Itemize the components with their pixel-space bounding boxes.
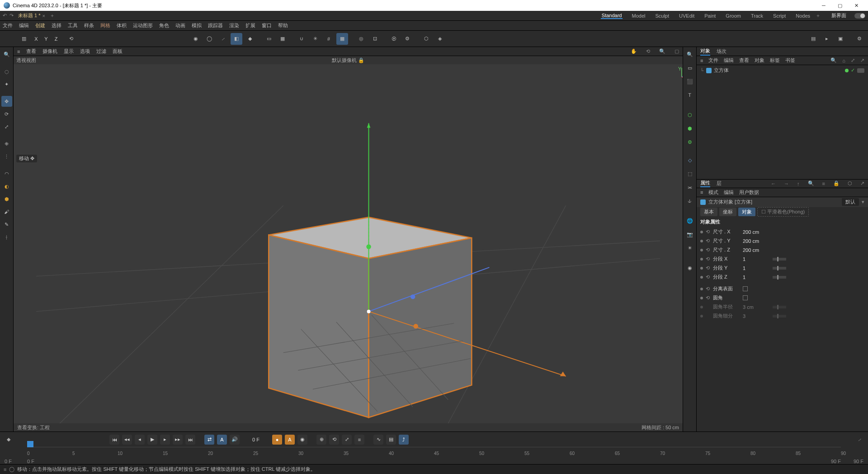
preset-dropdown[interactable]: 默认: [842, 198, 859, 206]
render-queue-icon[interactable]: ▸: [821, 33, 833, 45]
viewport-nav-icon[interactable]: ⟲: [646, 48, 650, 54]
next-key-button[interactable]: ▸▸: [173, 435, 183, 445]
dopesheet-button[interactable]: ▤: [386, 435, 396, 445]
document-tab[interactable]: 未标题 1 * ×: [18, 12, 45, 19]
rotate-key-icon[interactable]: ⟲: [706, 286, 710, 292]
viewport-menu-item[interactable]: 摄像机: [42, 48, 57, 55]
menu-item[interactable]: 选择: [52, 22, 61, 29]
record-button[interactable]: ●: [272, 435, 282, 445]
anim-bullet-icon[interactable]: [700, 231, 703, 233]
rotate-key-icon[interactable]: ⟲: [706, 265, 710, 271]
property-value-field[interactable]: 200 cm: [743, 238, 770, 244]
object-menu-item[interactable]: 编辑: [724, 57, 734, 64]
attribute-tab[interactable]: 层: [717, 180, 722, 187]
attribute-menu-item[interactable]: 模式: [708, 189, 718, 196]
symmetry-icon[interactable]: ⦿: [388, 33, 400, 45]
goto-end-button[interactable]: ⏭: [185, 435, 195, 445]
menu-item[interactable]: 工具: [68, 22, 78, 29]
attr-nav-icon[interactable]: 🔍: [808, 180, 814, 186]
layout-tab-track[interactable]: Track: [750, 13, 764, 19]
property-slider[interactable]: [773, 267, 786, 270]
generator-icon[interactable]: ◆: [244, 33, 256, 45]
anim-bullet-icon[interactable]: [700, 240, 703, 242]
attr-nav-icon[interactable]: ⬡: [848, 180, 852, 186]
next-frame-button[interactable]: ▸: [160, 435, 170, 445]
hamburger-icon[interactable]: ≡: [17, 49, 20, 54]
brush-select-icon[interactable]: ◠: [1, 168, 12, 179]
key-rot-button[interactable]: ⟲: [329, 435, 339, 445]
layout-tab-groom[interactable]: Groom: [725, 13, 742, 19]
grid-icon[interactable]: #: [323, 33, 335, 45]
panel-action-icon[interactable]: 🔍: [830, 57, 837, 63]
gear-settings-icon[interactable]: ⚙: [684, 137, 695, 147]
move-tool-icon[interactable]: ✥: [1, 96, 12, 107]
layout-tab-uvedit[interactable]: UVEdit: [678, 13, 695, 19]
layout-tab-script[interactable]: Script: [772, 13, 787, 19]
rotate-tool-icon[interactable]: ⟳: [1, 109, 12, 119]
key-scale-button[interactable]: ⤢: [342, 435, 352, 445]
anim-bullet-icon[interactable]: [700, 267, 703, 270]
cursor-icon[interactable]: ✦: [1, 79, 12, 90]
layout-tab-sculpt[interactable]: Sculpt: [654, 13, 670, 19]
primitive-cube-icon[interactable]: ◧: [231, 33, 242, 45]
render-settings-icon[interactable]: ⚙: [854, 33, 865, 45]
property-slider[interactable]: [773, 276, 786, 279]
viewport-3d-view[interactable]: 移动 ✥ YZX: [14, 64, 683, 423]
globe-icon[interactable]: 🌐: [684, 215, 695, 226]
motion-button[interactable]: ⤴: [399, 435, 409, 445]
property-checkbox[interactable]: [743, 286, 748, 291]
object-menu-item[interactable]: 标签: [770, 57, 780, 64]
rotate-key-icon[interactable]: ⟲: [706, 274, 710, 280]
property-slider[interactable]: [773, 258, 786, 261]
hamburger-icon[interactable]: ≡: [700, 190, 703, 195]
fcurve-button[interactable]: ∿: [373, 435, 383, 445]
anim-bullet-icon[interactable]: [700, 258, 703, 261]
attr-nav-icon[interactable]: ≡: [822, 181, 825, 186]
autokey-a-button[interactable]: A: [217, 435, 227, 445]
cloner-icon[interactable]: ⬢: [684, 123, 695, 134]
property-value-field[interactable]: 200 cm: [743, 229, 770, 235]
sound-button[interactable]: 🔊: [230, 435, 240, 445]
spline-icon[interactable]: ⟋: [217, 33, 229, 45]
field-icon[interactable]: ⬡: [684, 109, 695, 120]
plane-icon[interactable]: ▭: [263, 33, 275, 45]
object-menu-item[interactable]: 对象: [755, 57, 764, 64]
object-menu-item[interactable]: 文件: [708, 57, 718, 64]
current-frame-field[interactable]: 0 F: [242, 437, 269, 442]
workplane-icon[interactable]: ✳: [309, 33, 321, 45]
preview-start-field[interactable]: 0 F: [5, 459, 27, 464]
menu-item[interactable]: 样条: [84, 22, 94, 29]
panel-action-icon[interactable]: ↗: [860, 57, 864, 63]
attr-subtab[interactable]: 坐标: [719, 208, 736, 216]
rotate-key-icon[interactable]: ⟲: [706, 256, 710, 262]
viewport-nav-icon[interactable]: ▢: [675, 48, 679, 54]
property-value-field[interactable]: 1: [743, 256, 770, 262]
viewport-menu-item[interactable]: 选项: [80, 48, 90, 55]
menu-item[interactable]: 动画: [175, 22, 185, 29]
attribute-menu-item[interactable]: 用户数据: [739, 189, 759, 196]
info-icon[interactable]: ◯: [9, 466, 14, 472]
connect-icon[interactable]: ⫘: [684, 182, 695, 193]
viewport-menu-item[interactable]: 显示: [64, 48, 74, 55]
panel-action-icon[interactable]: ⤢: [851, 57, 855, 63]
prev-frame-button[interactable]: ◂: [135, 435, 145, 445]
menu-item[interactable]: 文件: [3, 22, 13, 29]
paint-tool-icon[interactable]: 🖌: [1, 206, 12, 217]
history-icon[interactable]: ▥: [18, 33, 30, 45]
light-icon[interactable]: ☀: [684, 242, 695, 253]
camera-label[interactable]: 默认摄像机🔒: [332, 57, 364, 64]
keyframe-sel-button[interactable]: ◉: [297, 435, 307, 445]
menu-item[interactable]: 角色: [159, 22, 169, 29]
rotate-key-icon[interactable]: ⟲: [706, 247, 710, 253]
enable-check-icon[interactable]: ✓: [851, 67, 855, 73]
property-value-field[interactable]: 1: [743, 275, 770, 280]
erase-icon[interactable]: ⟊: [1, 232, 12, 242]
instance-icon[interactable]: ⬚: [684, 168, 695, 179]
snap-icon[interactable]: ▦: [336, 33, 348, 45]
attribute-tab[interactable]: 属性: [700, 180, 710, 187]
gear-icon[interactable]: ⚙: [401, 33, 413, 45]
cube-parametric-icon[interactable]: ◉: [190, 33, 202, 45]
viewport-menu-item[interactable]: 查看: [26, 48, 36, 55]
rotate-key-icon[interactable]: ⟲: [706, 238, 710, 244]
attr-subtab-phong[interactable]: ☐ 平滑着色(Phong): [757, 207, 809, 217]
